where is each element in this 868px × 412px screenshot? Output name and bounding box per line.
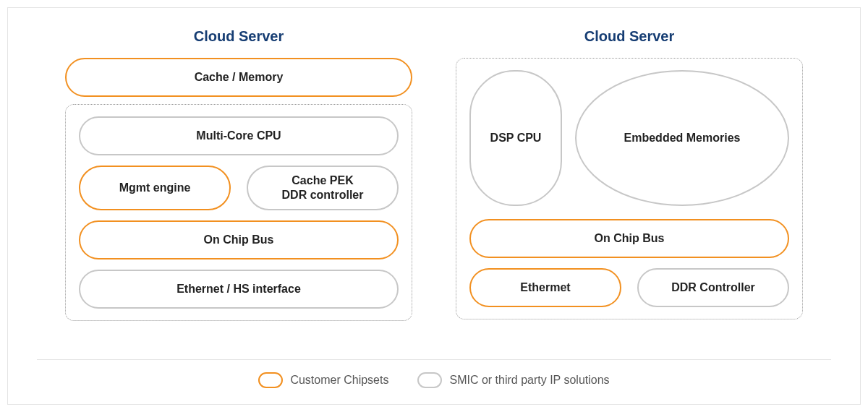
- left-row-mgmt-ddr: Mgmt engine Cache PEK DDR controller: [79, 166, 399, 210]
- diagram-frame: Cloud Server Cache / Memory Multi-Core C…: [7, 7, 861, 405]
- cache-memory-block: Cache / Memory: [65, 58, 412, 97]
- legend-customer: Customer Chipsets: [258, 372, 388, 388]
- dsp-cpu-block: DSP CPU: [469, 70, 562, 206]
- divider: [37, 359, 831, 360]
- right-chipset-group: DSP CPU Embedded Memories On Chip Bus Et…: [456, 58, 803, 319]
- right-on-chip-bus-block: On Chip Bus: [469, 219, 789, 258]
- cache-pek-ddr-block: Cache PEK DDR controller: [247, 166, 399, 210]
- left-column: Cloud Server Cache / Memory Multi-Core C…: [65, 28, 412, 321]
- legend-smic: SMIC or third party IP solutions: [417, 372, 609, 388]
- legend: Customer Chipsets SMIC or third party IP…: [8, 372, 860, 388]
- mgmt-engine-block: Mgmt engine: [79, 166, 231, 210]
- right-column: Cloud Server DSP CPU Embedded Memories O…: [456, 28, 803, 321]
- ddr-controller-block: DDR Controller: [637, 268, 789, 307]
- ethernet-hs-block: Ethernet / HS interface: [79, 270, 399, 309]
- ethernet-block: Ethermet: [469, 268, 621, 307]
- right-title: Cloud Server: [456, 28, 803, 45]
- left-title: Cloud Server: [65, 28, 412, 45]
- legend-swatch-gray: [417, 372, 442, 388]
- legend-smic-label: SMIC or third party IP solutions: [449, 374, 609, 387]
- columns: Cloud Server Cache / Memory Multi-Core C…: [51, 28, 817, 321]
- multi-core-cpu-block: Multi-Core CPU: [79, 116, 399, 155]
- legend-customer-label: Customer Chipsets: [290, 374, 388, 387]
- legend-swatch-orange: [258, 372, 283, 388]
- right-bottom-row: Ethermet DDR Controller: [469, 268, 789, 307]
- left-chipset-group: Multi-Core CPU Mgmt engine Cache PEK DDR…: [65, 104, 412, 321]
- right-top-row: DSP CPU Embedded Memories: [469, 70, 789, 206]
- embedded-memories-block: Embedded Memories: [575, 70, 789, 206]
- left-on-chip-bus-block: On Chip Bus: [79, 220, 399, 259]
